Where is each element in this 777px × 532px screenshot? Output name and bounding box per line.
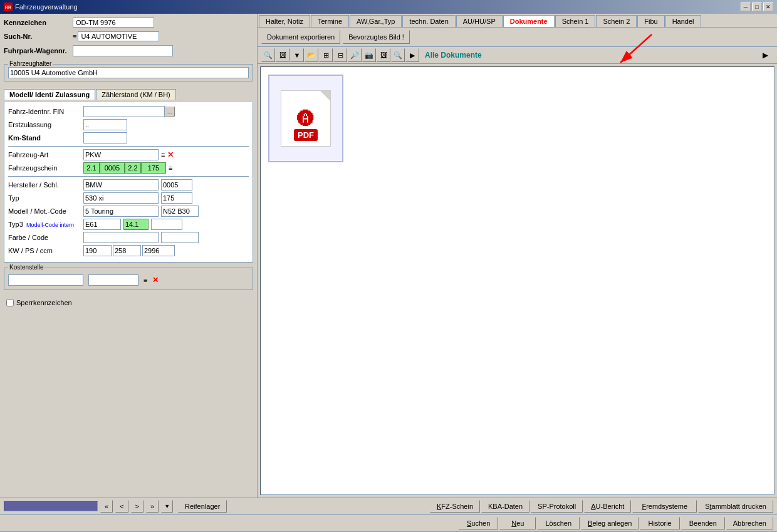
neu-btn[interactable]: Neu xyxy=(499,517,536,529)
km-stand-input[interactable] xyxy=(83,132,127,143)
tab-dokumente[interactable]: Dokumente xyxy=(503,15,555,27)
beenden-btn[interactable]: Beenden xyxy=(681,517,725,529)
nav-next[interactable]: > xyxy=(131,500,143,513)
typ3-row: Typ3 Modell-Code intern xyxy=(8,219,249,230)
historie-btn[interactable]: Historie xyxy=(640,517,679,529)
dokument-exportieren-btn[interactable]: Dokument exportieren xyxy=(261,30,340,44)
sperrkennzeichen-checkbox[interactable] xyxy=(6,299,14,306)
au-bericht-btn[interactable]: AU-Bericht xyxy=(584,500,631,513)
loeschen-btn[interactable]: Löschen xyxy=(537,517,580,529)
tool-dropdown[interactable]: ▼ xyxy=(290,48,304,62)
tab-au-hu-sp[interactable]: AU/HU/SP xyxy=(456,15,503,27)
fin-input[interactable] xyxy=(83,106,165,117)
fahrzeughalter-title: Fahrzeughalter xyxy=(8,60,53,67)
window-title: Fahrzeugverwaltung xyxy=(15,3,78,11)
tab-techn-daten[interactable]: techn. Daten xyxy=(402,15,455,27)
beleg-anlegen-btn[interactable]: Beleg anlegen xyxy=(581,517,639,529)
tab-halter-notiz[interactable]: Halter, Notiz xyxy=(259,15,310,27)
fremdsysteme-btn[interactable]: Fremdsysteme xyxy=(632,500,697,513)
tool-image[interactable]: 🖼 xyxy=(276,48,289,62)
stammblatt-drucken-btn[interactable]: Stammblatt drucken xyxy=(698,500,773,513)
fahrzeugschein-row: Fahrzeugschein ≡ xyxy=(8,162,249,174)
title-bar: RR Fahrzeugverwaltung ─ □ ✕ xyxy=(0,0,777,14)
maximize-button[interactable]: □ xyxy=(752,3,762,11)
nav-last[interactable]: » xyxy=(146,500,159,513)
nav-prev[interactable]: < xyxy=(115,500,128,513)
schein-code1[interactable] xyxy=(100,162,125,174)
fahrzeughalter-group: Fahrzeughalter xyxy=(4,64,253,81)
modell-input[interactable] xyxy=(83,206,159,217)
tab-fibu[interactable]: Fibu xyxy=(637,15,664,27)
sperrkennzeichen-label[interactable]: Sperrkennzeichen xyxy=(6,299,251,306)
km-stand-label: Km-Stand xyxy=(8,134,83,142)
typ3-extra[interactable] xyxy=(151,219,182,230)
alle-dokumente-label: Alle Dokumente xyxy=(425,51,482,60)
fin-browse-btn[interactable]: … xyxy=(165,107,175,117)
schein-code2[interactable] xyxy=(141,162,166,174)
fahrzeug-art-row: Fahrzeug-Art ≡ ✕ xyxy=(8,149,249,160)
farbe-code[interactable] xyxy=(161,232,199,243)
erstzulassung-input[interactable] xyxy=(83,119,127,130)
schein-v21[interactable] xyxy=(83,162,100,174)
tab-handel[interactable]: Handel xyxy=(665,15,701,27)
fahrzeughalter-input[interactable] xyxy=(8,67,249,78)
tab-modell-ident[interactable]: Modell/ Ident/ Zulassung xyxy=(4,89,95,100)
modell-code[interactable] xyxy=(161,206,199,217)
bottom-bar: « < > » ▼ Reifenlager KFZ-Schein KBA-Dat… xyxy=(0,498,777,532)
sp-protokoll-btn[interactable]: SP-Protokoll xyxy=(531,500,583,513)
tool-zoom[interactable]: 🔎 xyxy=(348,48,362,62)
typ3-input[interactable] xyxy=(83,219,121,230)
typ-code[interactable] xyxy=(161,192,192,204)
tab-schein2[interactable]: Schein 2 xyxy=(596,15,637,27)
kostenstelle-menu-icon: ≡ xyxy=(143,276,147,284)
hersteller-schl[interactable] xyxy=(161,179,192,190)
model-tab-content: Fahrz-Identnr. FIN … Erstzulassung Km-St… xyxy=(4,102,253,263)
typ-input[interactable] xyxy=(83,192,159,204)
suchen-btn[interactable]: Suchen xyxy=(459,517,498,529)
ccm-input[interactable] xyxy=(142,245,175,256)
ps-input[interactable] xyxy=(113,245,141,256)
kba-daten-btn[interactable]: KBA-Daten xyxy=(481,500,529,513)
tool-grid[interactable]: ⊞ xyxy=(319,48,333,62)
tool-photo2[interactable]: 🖼 xyxy=(377,48,390,62)
pdf-thumbnail[interactable]: 🅐 PDF xyxy=(268,75,343,162)
close-button[interactable]: ✕ xyxy=(763,3,773,11)
tab-zaehlerstand[interactable]: Zählerstand (KM / BH) xyxy=(96,89,175,100)
tool-search[interactable]: 🔍 xyxy=(261,48,275,62)
bevorzugtes-bild-btn[interactable]: Bevorzugtes Bild ! xyxy=(343,30,410,44)
fahrzeug-art-clear-btn[interactable]: ✕ xyxy=(167,150,174,159)
fuhrpark-input[interactable] xyxy=(73,45,173,56)
kostenstelle-input1[interactable] xyxy=(8,274,83,286)
abbrechen-btn[interactable]: Abbrechen xyxy=(726,517,773,529)
such-nr-value: U4 AUTOMOTIVE xyxy=(78,31,159,41)
kfz-schein-btn[interactable]: KFZ-Schein xyxy=(430,500,480,513)
kw-input[interactable] xyxy=(83,245,112,256)
alle-dokumente-nav[interactable]: ▶ xyxy=(763,51,768,60)
tool-arrow-right[interactable]: ▶ xyxy=(405,48,419,62)
tool-open[interactable]: 📂 xyxy=(305,48,318,62)
erstzulassung-label: Erstzulassung xyxy=(8,121,83,128)
tool-grid2[interactable]: ⊟ xyxy=(333,48,347,62)
reifenlager-btn[interactable]: Reifenlager xyxy=(178,500,227,513)
kennzeichen-label: Kennzeichen xyxy=(4,19,73,26)
nav-dropdown[interactable]: ▼ xyxy=(161,500,173,513)
tab-termine[interactable]: Termine xyxy=(311,15,349,27)
document-area: 🅐 PDF xyxy=(260,66,774,495)
progress-bar xyxy=(4,501,98,511)
hersteller-input[interactable] xyxy=(83,179,159,190)
fahrzeug-art-input[interactable] xyxy=(83,149,159,160)
typ3-num[interactable] xyxy=(123,219,149,230)
tool-lens[interactable]: 🔍 xyxy=(391,48,405,62)
minimize-button[interactable]: ─ xyxy=(741,3,751,11)
kostenstelle-clear-btn[interactable]: ✕ xyxy=(152,276,159,284)
farbe-input[interactable] xyxy=(83,232,159,243)
tab-aw-gar-typ[interactable]: AW,Gar.,Typ xyxy=(350,15,402,27)
tool-photo[interactable]: 📷 xyxy=(362,48,376,62)
kostenstelle-input2[interactable] xyxy=(88,274,138,286)
right-panel: Halter, Notiz Termine AW,Gar.,Typ techn.… xyxy=(257,14,777,498)
farbe-label: Farbe / Code xyxy=(8,234,83,241)
fahrzeug-art-label: Fahrzeug-Art xyxy=(8,151,83,159)
schein-v22[interactable] xyxy=(125,162,141,174)
tab-schein1[interactable]: Schein 1 xyxy=(555,15,596,27)
nav-first[interactable]: « xyxy=(100,500,113,513)
